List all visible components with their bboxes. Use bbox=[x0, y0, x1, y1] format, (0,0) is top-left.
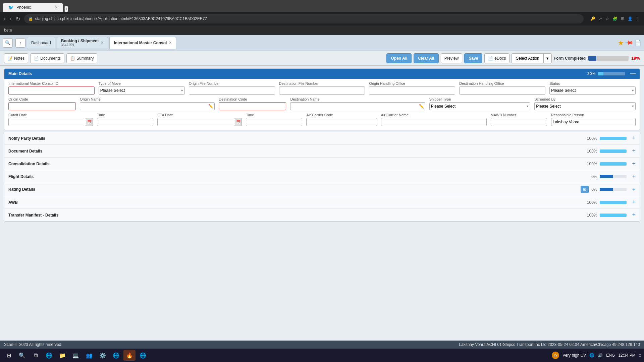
task-view-button[interactable]: ⧉ bbox=[30, 350, 42, 361]
notify-party-details-row[interactable]: Notify Party Details 100% + bbox=[4, 132, 640, 144]
edge-browser-button[interactable]: 🌐 bbox=[43, 350, 55, 361]
destination-file-number-input[interactable] bbox=[279, 86, 365, 95]
time-1-input[interactable] bbox=[97, 118, 153, 126]
consolidation-details-row[interactable]: Consolidation Details 100% + bbox=[4, 157, 640, 170]
destination-name-input[interactable] bbox=[290, 102, 425, 110]
key-icon[interactable]: 🔑 bbox=[590, 16, 595, 21]
forward-button[interactable]: › bbox=[10, 16, 11, 22]
origin-file-number-input[interactable] bbox=[189, 86, 275, 95]
preview-button[interactable]: Preview bbox=[441, 53, 463, 63]
time-2-input[interactable] bbox=[246, 118, 302, 126]
notes-button[interactable]: 📝 Notes bbox=[4, 53, 28, 63]
transfer-manifest-expand-button[interactable]: + bbox=[632, 212, 636, 219]
document-icon[interactable]: 📄 bbox=[635, 40, 641, 46]
browser-active-tab[interactable]: 🐦 Phoenix ✕ bbox=[3, 3, 63, 12]
menu-icon[interactable]: ⋮ bbox=[636, 16, 640, 21]
documents-icon: 📄 bbox=[34, 56, 39, 61]
teams-button[interactable]: 👥 bbox=[83, 350, 95, 361]
summary-icon: 📋 bbox=[70, 56, 75, 61]
share-icon[interactable]: ↗ bbox=[599, 16, 602, 21]
flight-details-expand-button[interactable]: + bbox=[632, 173, 636, 180]
app-search-button[interactable]: 🔍 bbox=[3, 38, 13, 48]
status-bar: Scan-IT 2023 All rights reserved Lakshay… bbox=[0, 341, 644, 349]
vscode-button[interactable]: 💻 bbox=[70, 350, 82, 361]
awb-expand-button[interactable]: + bbox=[632, 199, 636, 206]
document-details-row[interactable]: Document Details 100% + bbox=[4, 144, 640, 157]
chrome-button-3[interactable]: 🌐 bbox=[137, 350, 149, 361]
chrome-button-1[interactable]: 🌐 bbox=[110, 350, 122, 361]
transfer-manifest-row[interactable]: Transfer Manifest - Details 100% + bbox=[4, 208, 640, 221]
summary-label: Summary bbox=[76, 56, 94, 61]
notification-icon[interactable]: □ bbox=[639, 353, 641, 358]
tab-booking-close[interactable]: ✕ bbox=[101, 41, 104, 45]
browser-tab-label: Phoenix bbox=[16, 5, 31, 10]
select-action-button[interactable]: Select Action bbox=[512, 53, 543, 63]
awb-row[interactable]: AWB 100% + bbox=[4, 196, 640, 208]
document-details-expand-button[interactable]: + bbox=[632, 147, 636, 155]
app-upload-button[interactable]: ↑ bbox=[15, 38, 25, 48]
flight-details-bar-fill bbox=[600, 175, 613, 178]
shipper-type-select[interactable]: Please Select bbox=[429, 102, 531, 110]
section-collapse-button[interactable]: — bbox=[630, 71, 636, 77]
settings-button[interactable]: ⚙️ bbox=[97, 350, 109, 361]
flight-details-row[interactable]: Flight Details 0% + bbox=[4, 170, 640, 183]
volume-icon[interactable]: 🔊 bbox=[598, 353, 603, 358]
air-carrier-code-input[interactable] bbox=[306, 118, 377, 126]
language-label: ENG bbox=[606, 353, 615, 358]
field-destination-code: Destination Code bbox=[219, 97, 286, 110]
origin-handling-office-input[interactable] bbox=[369, 86, 455, 95]
eta-date-input[interactable] bbox=[157, 118, 235, 126]
tab-intl-master[interactable]: International Master Consol ✕ bbox=[109, 37, 176, 49]
user-avatar-badge[interactable]: LV bbox=[552, 352, 559, 359]
documents-button[interactable]: 📄 Documents bbox=[30, 53, 64, 63]
intl-master-consol-id-input[interactable] bbox=[8, 86, 95, 95]
windows-start-button[interactable]: ⊞ bbox=[3, 350, 15, 361]
air-carrier-name-input[interactable] bbox=[381, 118, 487, 126]
consolidation-details-expand-button[interactable]: + bbox=[632, 160, 636, 167]
profile-icon[interactable]: 👤 bbox=[628, 16, 633, 21]
origin-name-edit-icon[interactable]: ✏️ bbox=[208, 104, 213, 109]
save-button[interactable]: Save bbox=[464, 53, 482, 63]
reload-button[interactable]: ↻ bbox=[16, 16, 20, 22]
tab-dashboard[interactable]: Dashboard bbox=[27, 37, 55, 49]
rating-details-row[interactable]: Rating Details ⊞ 0% + bbox=[4, 183, 640, 196]
transfer-manifest-label: Transfer Manifest - Details bbox=[8, 213, 58, 218]
rating-details-pct-area: ⊞ 0% + bbox=[581, 186, 636, 193]
rating-details-expand-button[interactable]: + bbox=[632, 186, 636, 193]
origin-code-input[interactable] bbox=[8, 102, 76, 110]
back-button[interactable]: ‹ bbox=[4, 16, 6, 22]
cutoff-date-calendar-icon[interactable]: 📅 bbox=[86, 118, 93, 126]
destination-code-input[interactable] bbox=[219, 102, 286, 110]
star-bookmark-icon[interactable]: ☆ bbox=[605, 16, 609, 21]
origin-name-input[interactable] bbox=[80, 102, 215, 110]
status-select[interactable]: Please Select bbox=[549, 86, 636, 95]
file-explorer-button[interactable]: 📁 bbox=[56, 350, 68, 361]
tab-booking[interactable]: Booking / Shipment 3647259 ✕ bbox=[57, 37, 108, 49]
select-action-arrow[interactable]: ▼ bbox=[543, 53, 552, 63]
screened-by-select[interactable]: Please Select bbox=[534, 102, 636, 110]
open-all-button[interactable]: Open All bbox=[386, 53, 412, 63]
beta-bar: beta bbox=[0, 25, 644, 35]
mawb-number-input[interactable] bbox=[491, 118, 547, 126]
edocs-button[interactable]: 📄 eDocs bbox=[484, 53, 509, 63]
sidebar-icon[interactable]: ⊞ bbox=[621, 16, 624, 21]
summary-button[interactable]: 📋 Summary bbox=[66, 53, 97, 63]
type-of-move-select[interactable]: Please Select bbox=[99, 86, 185, 95]
extension-icon[interactable]: 🧩 bbox=[612, 16, 618, 21]
responsible-person-input[interactable] bbox=[551, 118, 636, 126]
notify-party-details-expand-button[interactable]: + bbox=[632, 135, 636, 142]
favorite-star-icon[interactable]: ★ bbox=[618, 39, 624, 47]
pin-icon[interactable]: 📌 bbox=[625, 38, 634, 48]
destination-name-edit-icon[interactable]: ✏️ bbox=[419, 104, 424, 109]
rating-details-grid-icon[interactable]: ⊞ bbox=[581, 186, 589, 193]
eta-date-calendar-icon[interactable]: 📅 bbox=[235, 118, 242, 126]
cutoff-date-input[interactable] bbox=[8, 118, 86, 126]
browser-tab-close[interactable]: ✕ bbox=[55, 5, 58, 10]
destination-handling-office-input[interactable] bbox=[459, 86, 545, 95]
address-box[interactable]: 🔒 staging.shipco.phxcloud.io/phoenix/App… bbox=[24, 14, 584, 23]
tab-intl-close[interactable]: ✕ bbox=[169, 41, 172, 45]
chrome-button-2[interactable]: 🔥 bbox=[123, 350, 136, 361]
clear-all-button[interactable]: Clear All bbox=[414, 53, 438, 63]
search-taskbar-button[interactable]: 🔍 bbox=[16, 350, 28, 361]
new-tab-button[interactable]: + bbox=[64, 6, 68, 12]
